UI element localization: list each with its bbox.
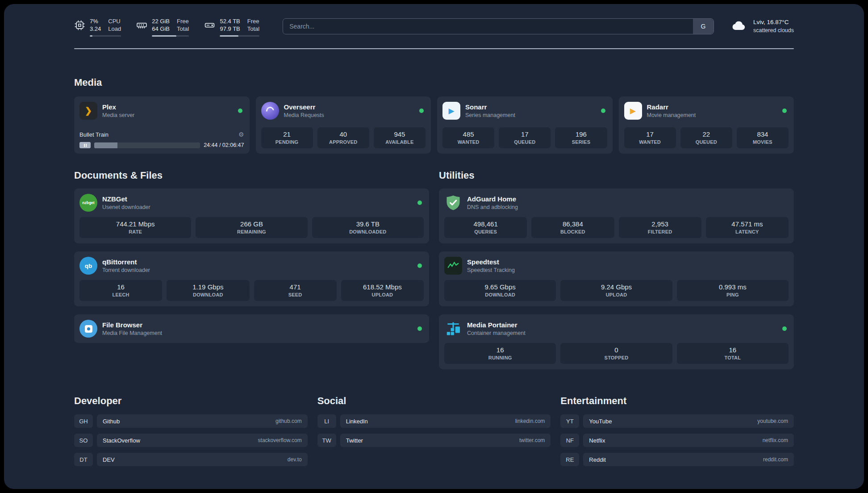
- gear-icon[interactable]: ⚙: [238, 131, 244, 138]
- stats-row: 485 WANTED 17 QUEUED 196 SERIES: [442, 122, 607, 148]
- status-dot: [782, 326, 787, 331]
- disk-widget: 52.4 TB 97.9 TB Free Total: [204, 17, 259, 37]
- stat-remaining: 266 GB REMAINING: [196, 217, 307, 238]
- overseerr-swirl-glyph: [264, 105, 275, 116]
- stat-value: 485: [444, 130, 492, 138]
- stat-value: 40: [319, 130, 367, 138]
- stat-value: 21: [263, 130, 311, 138]
- service-card-filebrowser[interactable]: File Browser Media File Management: [74, 314, 429, 343]
- service-text: Speedtest Speedtest Tracking: [467, 258, 515, 273]
- playback-progress-bar[interactable]: [94, 142, 200, 148]
- section-title-social: Social: [317, 395, 551, 407]
- service-card-speedtest[interactable]: Speedtest Speedtest Tracking 9.65 Gbps D…: [439, 251, 794, 306]
- service-text: qBittorrent Torrent downloader: [102, 258, 150, 273]
- bookmark-stackoverflow[interactable]: SO StackOverflow stackoverflow.com: [74, 434, 308, 447]
- service-card-overseerr[interactable]: Overseerr Media Requests 21 PENDING 40 A…: [256, 96, 431, 154]
- bookmark-pill[interactable]: DEV dev.to: [97, 453, 308, 466]
- stat-approved: 40 APPROVED: [317, 127, 369, 148]
- stat-value: 86,384: [533, 220, 612, 228]
- bookmark-abbr: LI: [317, 414, 336, 428]
- service-header: Media Portainer Container management: [444, 320, 789, 338]
- pause-button[interactable]: [79, 142, 91, 148]
- status-dot: [419, 109, 424, 113]
- stat-label: MOVIES: [739, 139, 787, 145]
- weather-location: Lviv, 16.87°C: [753, 18, 794, 26]
- entertainment-column: Entertainment YT YouTube youtube.com NF …: [560, 395, 794, 466]
- bookmark-reddit[interactable]: RE Reddit reddit.com: [560, 453, 794, 466]
- bookmark-pill[interactable]: Netflix netflix.com: [583, 434, 794, 447]
- stat-queries: 498,461 QUERIES: [444, 217, 527, 238]
- service-text: File Browser Media File Management: [102, 321, 162, 336]
- stat-value: 9.24 Gbps: [562, 283, 670, 291]
- stat-value: 22: [682, 130, 730, 138]
- stat-label: FILTERED: [621, 229, 700, 234]
- filebrowser-glyph: [85, 325, 92, 333]
- service-card-plex[interactable]: ❯ Plex Media server Bullet Train ⚙ 24:44…: [74, 96, 250, 154]
- bookmark-abbr: YT: [560, 414, 579, 428]
- service-name: Overseerr: [284, 103, 324, 111]
- weather-condition: scattered clouds: [753, 26, 794, 34]
- bookmark-pill[interactable]: Reddit reddit.com: [583, 453, 794, 466]
- bookmark-github[interactable]: GH Github github.com: [74, 414, 308, 428]
- service-header: AdGuard Home DNS and adblocking: [444, 194, 789, 212]
- bookmark-netflix[interactable]: NF Netflix netflix.com: [560, 434, 794, 447]
- bookmark-dev[interactable]: DT DEV dev.to: [74, 453, 308, 466]
- stat-upload: 618.52 Mbps UPLOAD: [341, 280, 424, 301]
- bookmark-pill[interactable]: Github github.com: [97, 414, 308, 428]
- status-dot: [417, 326, 422, 331]
- bookmark-name: YouTube: [589, 418, 612, 425]
- stat-blocked: 86,384 BLOCKED: [531, 217, 614, 238]
- bookmark-pill[interactable]: YouTube youtube.com: [583, 414, 794, 428]
- middle-columns: Documents & Files nzbget NZBGet Usenet d…: [74, 170, 794, 369]
- bookmark-pill[interactable]: Twitter twitter.com: [340, 434, 551, 447]
- search-bar[interactable]: G: [283, 18, 714, 34]
- stats-row: 16 RUNNING 0 STOPPED 16 TOTAL: [444, 343, 789, 364]
- stat-value: 266 GB: [197, 220, 305, 228]
- service-subtitle: Speedtest Tracking: [467, 267, 515, 273]
- stat-stopped: 0 STOPPED: [560, 343, 672, 364]
- stat-label: PING: [679, 292, 787, 297]
- memory-usage-bar: [152, 35, 189, 37]
- bookmark-domain: linkedin.com: [515, 418, 545, 424]
- stat-label: TOTAL: [679, 355, 787, 360]
- bookmark-twitter[interactable]: TW Twitter twitter.com: [317, 434, 551, 447]
- stat-latency: 47.571 ms LATENCY: [706, 217, 789, 238]
- bookmark-abbr: TW: [317, 434, 336, 447]
- bookmark-abbr: DT: [74, 453, 93, 466]
- qbittorrent-wordmark: qb: [85, 263, 92, 269]
- service-name: Media Portainer: [467, 321, 526, 329]
- stat-label: UPLOAD: [343, 292, 422, 297]
- service-card-qbittorrent[interactable]: qb qBittorrent Torrent downloader 16 LEE…: [74, 251, 429, 306]
- service-text: AdGuard Home DNS and adblocking: [467, 195, 518, 210]
- cpu-usage-bar: [90, 35, 121, 37]
- service-card-adguard[interactable]: AdGuard Home DNS and adblocking 498,461 …: [439, 188, 794, 243]
- service-card-radarr[interactable]: ▶ Radarr Movie management 17 WANTED 22 Q…: [619, 96, 794, 154]
- service-card-portainer[interactable]: Media Portainer Container management 16 …: [439, 314, 794, 369]
- cpu-label-bottom: Load: [108, 25, 121, 33]
- bookmark-pill[interactable]: StackOverflow stackoverflow.com: [97, 434, 308, 447]
- service-card-sonarr[interactable]: ▶ Sonarr Series management 485 WANTED 17…: [437, 96, 613, 154]
- bookmark-pill[interactable]: LinkedIn linkedin.com: [340, 414, 551, 428]
- stat-value: 471: [256, 283, 335, 291]
- stats-row: 21 PENDING 40 APPROVED 945 AVAILABLE: [261, 122, 426, 148]
- service-name: qBittorrent: [102, 258, 150, 266]
- search-provider-button[interactable]: G: [693, 19, 714, 34]
- weather-widget[interactable]: Lviv, 16.87°C scattered clouds: [730, 18, 794, 35]
- service-text: Sonarr Series management: [465, 103, 515, 118]
- service-subtitle: Torrent downloader: [102, 267, 150, 273]
- service-card-nzbget[interactable]: nzbget NZBGet Usenet downloader 744.21 M…: [74, 188, 429, 243]
- service-name: Radarr: [647, 103, 696, 111]
- stat-label: QUERIES: [446, 229, 525, 234]
- service-name: AdGuard Home: [467, 195, 518, 203]
- media-grid: ❯ Plex Media server Bullet Train ⚙ 24:44…: [74, 96, 794, 154]
- stat-upload: 9.24 Gbps UPLOAD: [560, 280, 672, 301]
- bookmark-youtube[interactable]: YT YouTube youtube.com: [560, 414, 794, 428]
- stat-label: DOWNLOADED: [314, 229, 422, 234]
- section-title-documents: Documents & Files: [74, 170, 429, 181]
- filebrowser-icon: [79, 320, 97, 338]
- search-input[interactable]: [283, 19, 693, 34]
- bookmark-linkedin[interactable]: LI LinkedIn linkedin.com: [317, 414, 551, 428]
- bookmark-name: LinkedIn: [346, 418, 368, 425]
- status-dot: [417, 201, 422, 205]
- overseerr-icon: [261, 102, 279, 120]
